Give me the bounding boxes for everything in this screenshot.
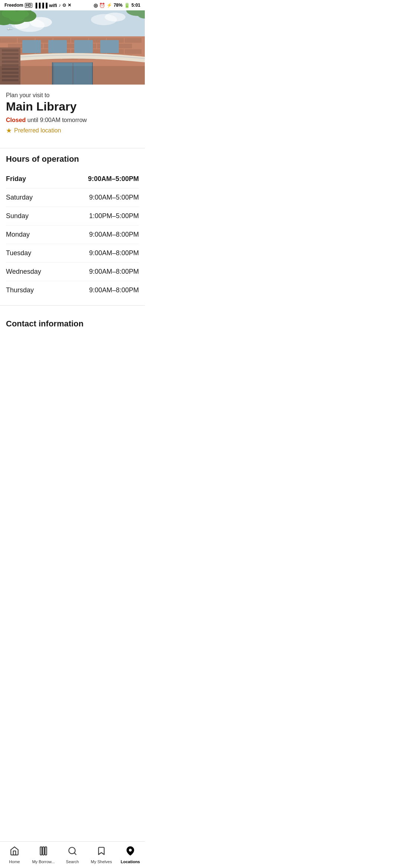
hours-row: Wednesday9:00AM–8:00PM <box>6 263 139 281</box>
day-name: Wednesday <box>6 268 41 276</box>
wifi-icon: wifi <box>49 3 57 8</box>
hours-row: Monday9:00AM–8:00PM <box>6 226 139 244</box>
day-name: Monday <box>6 231 30 239</box>
library-title: Main Library <box>6 100 139 113</box>
nfc-icon: ✕ <box>68 3 71 8</box>
hours-title: Hours of operation <box>6 154 139 164</box>
alarm-icon: ⏰ <box>99 3 105 8</box>
svg-point-64 <box>9 13 25 22</box>
contact-divider <box>0 305 145 306</box>
svg-rect-30 <box>125 49 141 54</box>
star-icon: ★ <box>6 126 12 135</box>
contact-section: Contact information <box>0 312 145 332</box>
svg-rect-15 <box>125 38 141 43</box>
day-hours: 9:00AM–5:00PM <box>88 175 139 183</box>
status-line: Closed until 9:00AM tomorrow <box>6 117 139 124</box>
day-name: Tuesday <box>6 249 31 257</box>
status-bar: Freedom HD ▐▐▐▐ wifi ♪ ⊙ ✕ ◎ ⏰ ⚡ 78% 🔋 5… <box>0 0 145 10</box>
carrier-label: Freedom <box>4 3 23 8</box>
battery-percent: 78% <box>114 3 123 8</box>
day-name: Friday <box>6 175 26 183</box>
hours-row: Tuesday9:00AM–8:00PM <box>6 244 139 263</box>
status-right: ◎ ⏰ ⚡ 78% 🔋 5:01 <box>94 3 140 8</box>
hd-badge: HD <box>25 3 32 8</box>
hours-row: Sunday1:00PM–5:00PM <box>6 207 139 226</box>
time-label: 5:01 <box>131 3 140 8</box>
status-suffix: until 9:00AM tomorrow <box>26 117 87 123</box>
svg-rect-40 <box>74 40 93 53</box>
svg-rect-8 <box>0 38 17 43</box>
svg-rect-39 <box>48 40 67 53</box>
music-icon: ♪ <box>59 3 61 8</box>
hours-section: Hours of operation Friday9:00AM–5:00PMSa… <box>0 154 145 299</box>
hours-row: Saturday9:00AM–5:00PM <box>6 188 139 207</box>
svg-rect-51 <box>2 60 19 63</box>
day-hours: 9:00AM–8:00PM <box>89 231 139 239</box>
preferred-location[interactable]: ★ Preferred location <box>6 126 139 135</box>
bluetooth-icon: ⚡ <box>107 3 112 8</box>
preferred-location-label: Preferred location <box>14 127 61 134</box>
camera-icon: ⊙ <box>62 3 66 8</box>
plan-visit-label: Plan your visit to <box>6 92 139 99</box>
svg-rect-49 <box>2 53 19 55</box>
day-hours: 9:00AM–8:00PM <box>89 268 139 276</box>
main-content: Plan your visit to Main Library Closed u… <box>0 85 145 142</box>
closed-badge: Closed <box>6 117 26 123</box>
day-name: Saturday <box>6 194 33 201</box>
hours-row: Thursday9:00AM–8:00PM <box>6 281 139 299</box>
svg-rect-48 <box>2 49 19 52</box>
svg-rect-41 <box>100 40 119 53</box>
day-name: Thursday <box>6 286 34 294</box>
signal-icon: ▐▐▐▐ <box>34 3 48 8</box>
day-hours: 9:00AM–8:00PM <box>89 249 139 257</box>
battery-icon: 🔋 <box>124 3 130 8</box>
back-button[interactable]: ← <box>6 24 14 33</box>
hours-row: Friday9:00AM–5:00PM <box>6 170 139 188</box>
contact-title: Contact information <box>6 319 139 329</box>
svg-rect-67 <box>0 66 145 85</box>
eye-icon: ◎ <box>94 3 98 8</box>
hours-table: Friday9:00AM–5:00PMSaturday9:00AM–5:00PM… <box>6 170 139 299</box>
day-hours: 9:00AM–8:00PM <box>89 286 139 294</box>
svg-point-6 <box>105 13 125 22</box>
svg-rect-38 <box>22 40 41 53</box>
divider <box>0 148 145 148</box>
status-left: Freedom HD ▐▐▐▐ wifi ♪ ⊙ ✕ <box>4 3 71 8</box>
day-hours: 1:00PM–5:00PM <box>89 212 139 220</box>
svg-rect-50 <box>2 57 19 59</box>
day-name: Sunday <box>6 212 29 220</box>
day-hours: 9:00AM–5:00PM <box>89 194 139 201</box>
hero-image: ← <box>0 10 145 85</box>
